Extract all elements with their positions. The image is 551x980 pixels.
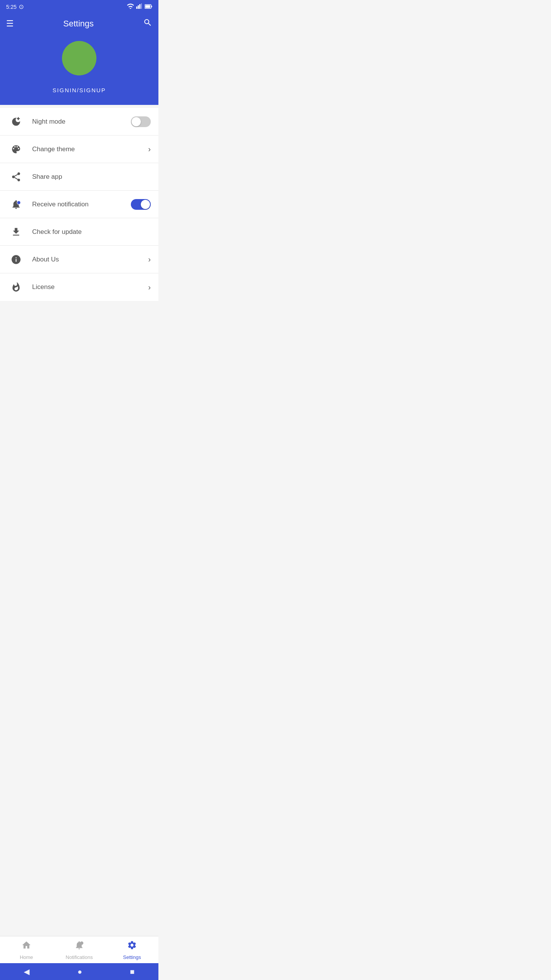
signal-icon	[136, 3, 142, 10]
license-label: License	[32, 283, 148, 291]
status-bar: 5:25 ⊙	[0, 0, 158, 13]
svg-rect-1	[138, 5, 139, 9]
settings-item-change-theme[interactable]: Change theme ›	[0, 136, 158, 163]
toggle-knob-on	[141, 200, 150, 209]
svg-rect-6	[152, 6, 152, 7]
license-icon	[8, 279, 24, 296]
status-left: 5:25 ⊙	[6, 3, 24, 10]
check-update-label: Check for update	[32, 228, 151, 236]
svg-rect-5	[145, 5, 150, 8]
license-action: ›	[148, 283, 151, 292]
settings-item-night-mode[interactable]: Night mode	[0, 108, 158, 136]
share-app-label: Share app	[32, 173, 151, 181]
status-right	[127, 3, 152, 10]
profile-header: SIGNIN/SIGNUP	[0, 37, 158, 105]
night-mode-toggle[interactable]	[131, 116, 151, 127]
signin-label[interactable]: SIGNIN/SIGNUP	[52, 87, 106, 93]
wifi-icon	[127, 3, 134, 10]
svg-point-7	[17, 201, 20, 204]
battery-icon	[145, 4, 152, 10]
notification-icon	[8, 196, 24, 213]
chevron-icon: ›	[148, 255, 151, 264]
receive-notification-toggle[interactable]	[131, 199, 151, 210]
svg-rect-0	[136, 7, 137, 9]
avatar-shape	[62, 58, 96, 75]
page-title: Settings	[63, 19, 94, 29]
about-us-label: About Us	[32, 256, 148, 263]
top-app-bar: ☰ Settings	[0, 13, 158, 37]
about-us-action: ›	[148, 255, 151, 264]
chevron-icon: ›	[148, 283, 151, 292]
change-theme-action: ›	[148, 145, 151, 154]
chevron-icon: ›	[148, 145, 151, 154]
svg-rect-3	[141, 3, 142, 9]
receive-notification-label: Receive notification	[32, 201, 131, 208]
svg-rect-2	[139, 4, 140, 9]
status-app-icon: ⊙	[19, 3, 24, 10]
night-mode-label: Night mode	[32, 118, 131, 126]
settings-item-license[interactable]: License ›	[0, 273, 158, 301]
settings-item-share-app[interactable]: Share app	[0, 163, 158, 191]
night-mode-toggle-wrapper	[131, 116, 151, 127]
receive-notification-toggle-wrapper	[131, 199, 151, 210]
change-theme-label: Change theme	[32, 145, 148, 153]
settings-item-check-update[interactable]: Check for update	[0, 218, 158, 246]
search-icon[interactable]	[143, 18, 152, 29]
settings-list: Night mode Change theme › Share app	[0, 108, 158, 301]
change-theme-icon	[8, 141, 24, 158]
night-mode-icon	[8, 113, 24, 130]
status-time: 5:25	[6, 4, 16, 10]
toggle-knob	[132, 117, 141, 126]
bottom-spacer	[0, 301, 158, 339]
settings-item-receive-notification[interactable]: Receive notification	[0, 191, 158, 218]
menu-icon[interactable]: ☰	[6, 19, 14, 29]
about-us-icon	[8, 251, 24, 268]
share-app-icon	[8, 168, 24, 185]
settings-item-about-us[interactable]: About Us ›	[0, 246, 158, 273]
avatar[interactable]	[62, 41, 96, 75]
check-update-icon	[8, 224, 24, 240]
